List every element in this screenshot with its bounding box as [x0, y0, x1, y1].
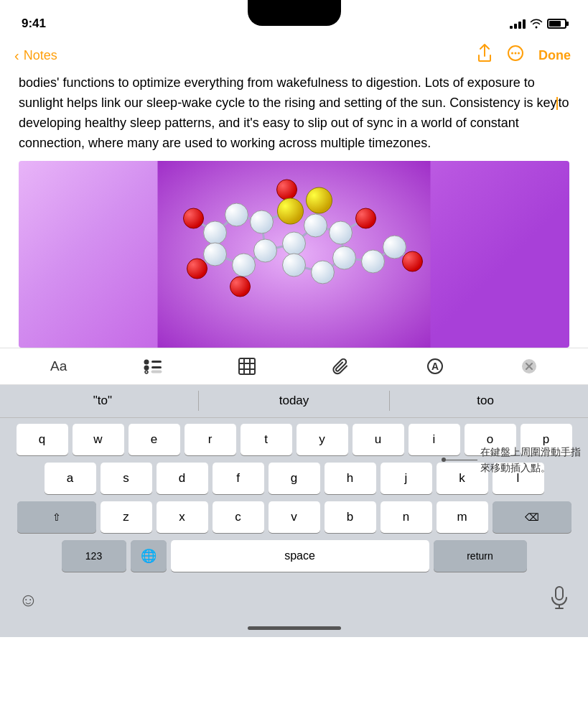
- svg-rect-55: [151, 371, 162, 373]
- svg-point-47: [230, 277, 251, 297]
- predictive-bar: "to" today too: [0, 385, 588, 418]
- nav-actions: Done: [477, 44, 571, 67]
- predictive-word-3[interactable]: too: [390, 389, 581, 412]
- font-label: Aa: [50, 358, 67, 374]
- key-g[interactable]: g: [269, 463, 320, 494]
- key-numbers[interactable]: 123: [62, 540, 126, 572]
- list-format-button[interactable]: [140, 353, 166, 379]
- svg-point-36: [304, 214, 327, 237]
- key-y[interactable]: y: [297, 424, 348, 455]
- share-button[interactable]: [477, 44, 493, 67]
- key-a[interactable]: a: [45, 463, 96, 494]
- molecule-svg: [19, 161, 569, 348]
- svg-point-46: [403, 251, 423, 272]
- key-f[interactable]: f: [213, 463, 264, 494]
- keyboard: q w e r t y u i o p a s d f g h j k: [0, 418, 588, 582]
- nav-bar: ‹ Notes Done: [0, 37, 588, 73]
- svg-point-41: [383, 236, 406, 259]
- key-n[interactable]: n: [381, 501, 432, 533]
- camera-notch: [248, 0, 341, 26]
- svg-point-38: [333, 246, 356, 269]
- svg-point-3: [518, 52, 520, 55]
- close-format-button[interactable]: [516, 353, 542, 379]
- emoji-button[interactable]: ☺: [19, 589, 38, 611]
- svg-point-2: [515, 52, 517, 55]
- format-toolbar: Aa: [0, 348, 588, 385]
- back-label: Notes: [24, 48, 57, 63]
- svg-rect-66: [556, 587, 563, 600]
- predictive-word-2[interactable]: today: [199, 389, 390, 412]
- more-button[interactable]: [507, 45, 524, 66]
- back-button[interactable]: ‹ Notes: [14, 47, 57, 64]
- key-v[interactable]: v: [269, 501, 320, 533]
- svg-rect-56: [239, 358, 255, 374]
- svg-point-39: [312, 261, 335, 284]
- key-w[interactable]: w: [73, 424, 124, 455]
- key-return[interactable]: return: [434, 540, 527, 572]
- keyboard-row-4: 123 🌐 space return: [4, 540, 584, 572]
- callout-text: 在鍵盤上周圍滑動手指來移動插入點。: [477, 444, 581, 476]
- svg-point-33: [204, 243, 227, 266]
- key-shift[interactable]: ⇧: [17, 501, 96, 533]
- key-z[interactable]: z: [101, 501, 152, 533]
- key-b[interactable]: b: [325, 501, 376, 533]
- key-c[interactable]: c: [213, 501, 264, 533]
- svg-point-34: [283, 232, 306, 255]
- key-delete[interactable]: ⌫: [493, 501, 571, 533]
- note-text-content: bodies' functions to optimize everything…: [19, 75, 556, 110]
- key-t[interactable]: t: [241, 424, 292, 455]
- key-r[interactable]: r: [185, 424, 236, 455]
- svg-point-54: [145, 371, 148, 373]
- svg-point-48: [278, 198, 304, 224]
- key-j[interactable]: j: [381, 463, 432, 494]
- svg-point-1: [511, 52, 513, 55]
- font-format-button[interactable]: Aa: [46, 353, 72, 379]
- home-bar: [248, 626, 341, 630]
- key-h[interactable]: h: [325, 463, 376, 494]
- key-u[interactable]: u: [353, 424, 404, 455]
- svg-point-49: [307, 187, 332, 213]
- attach-format-button[interactable]: [328, 353, 354, 379]
- svg-point-44: [277, 180, 297, 200]
- key-space[interactable]: space: [171, 540, 429, 572]
- svg-point-50: [144, 359, 149, 364]
- key-s[interactable]: s: [101, 463, 152, 494]
- wifi-icon: [530, 19, 543, 29]
- key-x[interactable]: x: [157, 501, 208, 533]
- home-indicator: [0, 621, 588, 637]
- svg-point-40: [362, 250, 385, 273]
- table-format-button[interactable]: [234, 353, 260, 379]
- key-q[interactable]: q: [17, 424, 68, 455]
- svg-point-28: [204, 221, 227, 244]
- svg-point-42: [184, 208, 204, 228]
- markup-format-button[interactable]: A: [422, 353, 448, 379]
- svg-text:A: A: [431, 361, 439, 372]
- svg-rect-53: [151, 366, 162, 368]
- svg-point-52: [144, 365, 149, 370]
- key-e[interactable]: e: [129, 424, 180, 455]
- svg-point-30: [251, 210, 274, 233]
- status-time: 9:41: [22, 17, 46, 31]
- key-m[interactable]: m: [437, 501, 488, 533]
- key-d[interactable]: d: [157, 463, 208, 494]
- chevron-left-icon: ‹: [14, 47, 19, 64]
- battery-icon: [547, 19, 566, 29]
- svg-point-32: [233, 254, 256, 277]
- svg-point-43: [187, 259, 207, 279]
- svg-rect-51: [151, 361, 162, 363]
- svg-point-31: [254, 239, 277, 262]
- predictive-word-1[interactable]: "to": [7, 389, 198, 412]
- done-button[interactable]: Done: [538, 48, 571, 63]
- signal-icon: [510, 19, 526, 29]
- svg-point-45: [356, 208, 376, 228]
- keyboard-area: "to" today too q w e r t y u i o p: [0, 385, 588, 637]
- microphone-button[interactable]: [549, 586, 569, 614]
- svg-point-29: [225, 203, 248, 226]
- svg-point-37: [330, 221, 353, 244]
- callout-line: [442, 460, 477, 460]
- svg-point-35: [283, 254, 306, 277]
- key-emoji-keyboard[interactable]: 🌐: [131, 540, 167, 572]
- note-text: bodies' functions to optimize everything…: [0, 73, 588, 154]
- molecule-image: [19, 161, 569, 348]
- callout-annotation: 在鍵盤上周圍滑動手指來移動插入點。: [442, 444, 581, 476]
